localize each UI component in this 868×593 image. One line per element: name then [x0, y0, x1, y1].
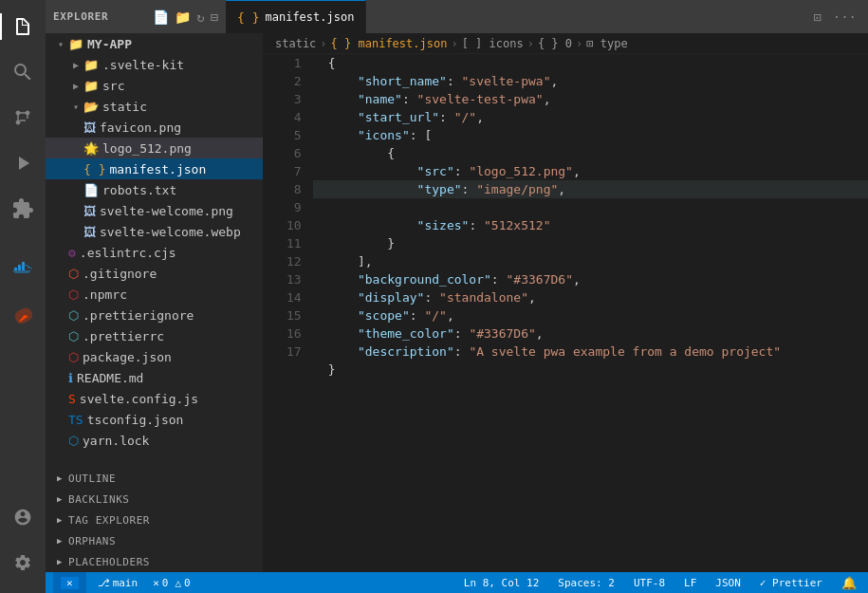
tree-item-tsconfig[interactable]: TS tsconfig.json	[46, 409, 263, 430]
breadcrumb-0[interactable]: { } 0	[538, 37, 572, 50]
formatter[interactable]: ✓ Prettier	[756, 572, 826, 593]
explorer-title: Explorer	[53, 10, 108, 23]
breadcrumb-icons[interactable]: [ ] icons	[462, 37, 524, 50]
tree-item-readme[interactable]: ℹ README.md	[46, 367, 263, 388]
tree-item-prettierignore[interactable]: ⬡ .prettierignore	[46, 305, 263, 325]
tree-item-svelte-welcome-png[interactable]: 🖼 svelte-welcome.png	[46, 200, 263, 221]
files-icon[interactable]	[0, 4, 46, 49]
npm-file-icon: ⬡	[68, 287, 79, 302]
tree-item-yarnlock[interactable]: ⬡ yarn.lock	[46, 430, 263, 451]
breadcrumb-static[interactable]: static	[275, 37, 316, 50]
svg-rect-11	[22, 265, 25, 268]
more-actions-icon[interactable]: ···	[829, 8, 860, 27]
tree-item-robots[interactable]: 📄 robots.txt	[46, 179, 263, 200]
svg-rect-9	[22, 268, 25, 270]
notifications[interactable]: 🔔	[838, 572, 860, 593]
extensions-icon[interactable]	[0, 186, 46, 232]
tree-item-prettierrc[interactable]: ⬡ .prettierrc	[46, 325, 263, 346]
tab-manifest-json[interactable]: { } manifest.json	[226, 0, 366, 33]
docker-icon[interactable]	[0, 247, 46, 292]
breadcrumb-manifest[interactable]: { } manifest.json	[331, 37, 448, 50]
search-icon[interactable]	[0, 49, 46, 95]
editor-area: ▾ 📁 MY-APP ▶ 📁 .svelte-kit ▶ 📁 src	[46, 33, 868, 572]
indentation[interactable]: Spaces: 2	[554, 572, 619, 593]
formatter-label: ✓ Prettier	[760, 577, 822, 589]
json-file-icon: { }	[83, 162, 105, 176]
code-editor[interactable]: 1 2 3 4 5 6 7 8 9 10 11 12 13 14 15 16 1	[264, 54, 868, 572]
language-mode[interactable]: JSON	[711, 572, 745, 593]
panel-outline[interactable]: ▶ Outline	[46, 468, 263, 489]
encoding[interactable]: UTF-8	[630, 572, 669, 593]
error-count: 0	[162, 577, 169, 589]
folder-icon: 📁	[68, 37, 83, 51]
text-file-icon: 📄	[83, 183, 99, 197]
tree-item-svelteconfig[interactable]: S svelte.config.js	[46, 388, 263, 409]
split-editor-icon[interactable]: ⊡	[809, 8, 824, 27]
svg-rect-7	[14, 268, 17, 270]
cursor-position[interactable]: Ln 8, Col 12	[460, 572, 543, 593]
tree-item-favicon[interactable]: 🖼 favicon.png	[46, 117, 263, 138]
status-bar: ✕ ⎇ main ✕ 0 △ 0 Ln 8, Col 12 Spaces: 2 …	[46, 572, 868, 593]
typescript-file-icon: TS	[68, 413, 83, 427]
chevron-down-icon: ▾	[68, 102, 83, 112]
chevron-down-icon: ▾	[53, 39, 68, 49]
refresh-icon[interactable]: ↻	[196, 9, 204, 25]
panel-backlinks-label: Backlinks	[68, 493, 130, 506]
svg-rect-8	[18, 268, 21, 270]
tree-item-src[interactable]: ▶ 📁 src	[46, 75, 263, 96]
breadcrumb: static › { } manifest.json › [ ] icons ›…	[264, 33, 868, 54]
panel-placeholders[interactable]: ▶ Placeholders	[46, 551, 263, 572]
collapse-icon[interactable]: ⊟	[211, 9, 218, 25]
tree-item-static[interactable]: ▾ 📂 static	[46, 96, 263, 117]
folder-icon: 📁	[83, 58, 99, 72]
panel-orphans-label: Orphans	[68, 535, 116, 547]
chevron-right-icon: ▶	[68, 60, 83, 70]
sidebar-actions: 📄 📁 ↻ ⊟	[153, 9, 218, 25]
tree-item-manifest-json[interactable]: { } manifest.json	[46, 158, 263, 179]
settings-icon[interactable]	[0, 540, 46, 585]
tab-label: manifest.json	[265, 10, 354, 24]
run-debug-icon[interactable]	[0, 140, 46, 186]
panel-orphans[interactable]: ▶ Orphans	[46, 530, 263, 551]
breadcrumb-type[interactable]: ⊡ type	[586, 37, 627, 50]
folder-icon: 📁	[83, 79, 99, 93]
sidebar: ▾ 📁 MY-APP ▶ 📁 .svelte-kit ▶ 📁 src	[46, 33, 264, 572]
tree-item-gitignore[interactable]: ⬡ .gitignore	[46, 263, 263, 284]
folder-open-icon: 📂	[83, 100, 99, 114]
code-content[interactable]: { "short_name": "svelte-pwa", "name": "s…	[313, 54, 868, 572]
remote-status[interactable]: ✕	[53, 572, 86, 593]
tree-item-npmrc[interactable]: ⬡ .npmrc	[46, 284, 263, 305]
tree-item-logo512[interactable]: 🌟 logo_512.png	[46, 138, 263, 158]
account-icon[interactable]	[0, 494, 46, 540]
activity-bar	[0, 0, 46, 593]
errors-warnings[interactable]: ✕ 0 △ 0	[149, 572, 194, 593]
tree-item-svelte-welcome-webp[interactable]: 🖼 svelte-welcome.webp	[46, 221, 263, 242]
image-file-icon: 🖼	[83, 204, 96, 218]
status-bar-right: Ln 8, Col 12 Spaces: 2 UTF-8 LF JSON ✓ P…	[460, 572, 860, 593]
chevron-right-icon: ▶	[57, 536, 63, 546]
npm-file-icon: ⬡	[68, 350, 79, 364]
chevron-right-icon: ▶	[57, 473, 63, 483]
line-ending[interactable]: LF	[680, 572, 700, 593]
chevron-right-icon: ▶	[57, 494, 63, 504]
panel-outline-label: Outline	[68, 473, 116, 485]
panel-backlinks[interactable]: ▶ Backlinks	[46, 489, 263, 510]
tree-item-packagejson[interactable]: ⬡ package.json	[46, 346, 263, 367]
new-file-icon[interactable]: 📄	[153, 9, 169, 25]
tree-item-eslintrc[interactable]: ⚙ .eslintrc.cjs	[46, 242, 263, 263]
git-branch[interactable]: ⎇ main	[94, 572, 142, 593]
prettier-file-icon: ⬡	[68, 308, 79, 323]
chevron-right-icon: ▶	[68, 81, 83, 91]
new-folder-icon[interactable]: 📁	[175, 9, 191, 25]
tree-item-svelte-kit[interactable]: ▶ 📁 .svelte-kit	[46, 54, 263, 75]
git-branch-icon: ⎇	[98, 577, 110, 589]
markdown-file-icon: ℹ	[68, 371, 73, 385]
panel-tag-explorer[interactable]: ▶ Tag Explorer	[46, 510, 263, 530]
lightning-icon[interactable]	[0, 292, 46, 338]
source-control-icon[interactable]	[0, 95, 46, 140]
editor-actions: ⊡ ···	[809, 8, 860, 27]
tree-root-my-app[interactable]: ▾ 📁 MY-APP	[46, 33, 263, 54]
line-numbers: 1 2 3 4 5 6 7 8 9 10 11 12 13 14 15 16 1	[264, 54, 313, 572]
encoding-label: UTF-8	[634, 577, 665, 589]
spaces-label: Spaces: 2	[558, 577, 615, 589]
